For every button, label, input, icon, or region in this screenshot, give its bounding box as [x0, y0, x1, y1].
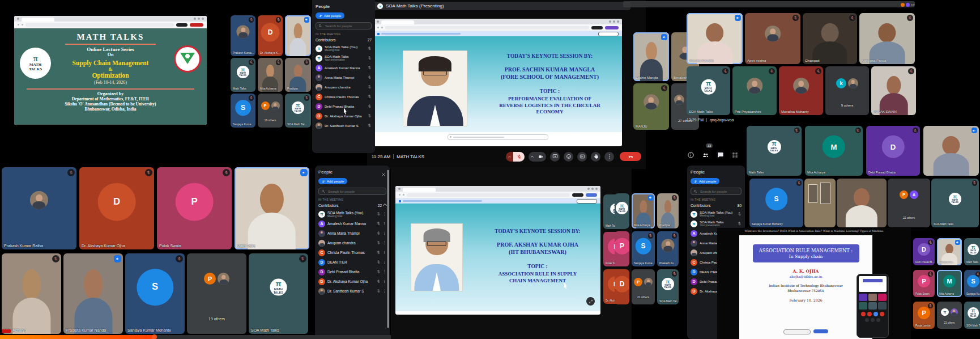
row-menu-icon[interactable] — [382, 212, 386, 216]
more-button[interactable] — [604, 152, 614, 162]
video-tile[interactable]: πMATHTALKSSOA Math Tal... — [657, 269, 679, 304]
address-bar[interactable] — [385, 26, 589, 29]
chat-icon[interactable] — [717, 151, 724, 158]
browser-tab[interactable] — [381, 20, 414, 24]
video-tile[interactable] — [285, 15, 311, 56]
find-bar[interactable] — [448, 134, 548, 140]
contributors-header[interactable]: Contributors 80 — [691, 204, 742, 207]
video-tile[interactable]: Pradipta Kumar Nanda — [63, 253, 123, 334]
browser-tab-bar[interactable] — [395, 186, 600, 192]
participant-row[interactable]: DDr. Akshaya Kumar Ojha — [318, 277, 386, 286]
participant-row[interactable]: Dr. Santhosh Kumar S — [318, 286, 386, 296]
sign-in-button[interactable] — [176, 23, 188, 27]
browser-action-button[interactable] — [190, 23, 203, 27]
collapse-icon[interactable] — [383, 204, 387, 207]
video-tile[interactable]: Ajeet mishra — [745, 13, 800, 64]
video-tile[interactable]: SSanjaya Kumar Mohanty — [125, 253, 185, 334]
video-tile[interactable]: MMita Acharya — [805, 126, 863, 176]
video-tile[interactable]: Pradipta ... — [657, 193, 679, 228]
video-tile[interactable]: Mita Acharya — [2, 253, 61, 334]
video-tile[interactable]: PPulak Swain — [157, 167, 232, 249]
video-tile[interactable]: πMATHTALKSSOA Math Talks — [249, 253, 308, 334]
browser-menu-icon[interactable] — [17, 18, 19, 20]
mini-cam-button[interactable] — [867, 312, 872, 316]
participant-row[interactable]: DDebi Prasad Bhatta — [318, 267, 386, 277]
video-tile[interactable]: πMATHTALKSMath Talks — [231, 58, 255, 92]
video-tile[interactable]: Champati — [803, 13, 857, 64]
reactions-button[interactable] — [564, 152, 573, 162]
video-tile[interactable]: Prakash Kumar Ratha — [2, 167, 76, 249]
participant-count[interactable]: 17 — [901, 3, 915, 7]
back-icon[interactable] — [18, 24, 19, 26]
camera-button-group[interactable] — [529, 152, 546, 162]
row-menu-icon[interactable] — [382, 222, 386, 226]
row-menu-icon[interactable] — [382, 270, 386, 274]
apps-grid-icon[interactable] — [731, 151, 739, 158]
address-bar[interactable] — [25, 23, 174, 27]
video-tile[interactable]: Abhilipsa Panda — [859, 13, 915, 64]
captions-button[interactable] — [577, 152, 587, 162]
row-menu-icon[interactable] — [382, 279, 386, 283]
add-people-button[interactable]: Add people — [316, 12, 344, 19]
search-people-box[interactable] — [318, 188, 386, 195]
mini-end-call-button[interactable] — [880, 312, 884, 316]
video-tile[interactable] — [804, 179, 836, 227]
end-call-button[interactable] — [620, 152, 641, 161]
video-tile[interactable]: PA22 others — [888, 179, 930, 227]
row-menu-icon[interactable] — [382, 241, 386, 245]
video-tile[interactable] — [923, 126, 979, 176]
participant-row[interactable]: πSOA Math Talks (You)Meeting host — [318, 209, 386, 219]
mini-mic-button[interactable] — [861, 312, 866, 316]
browser-tab-bar[interactable] — [374, 19, 622, 24]
row-menu-icon[interactable] — [382, 251, 386, 255]
video-tile[interactable]: Mita Acharya — [632, 193, 655, 228]
mic-chevron-icon[interactable] — [506, 152, 513, 162]
video-tile[interactable]: PULAK SWAIN — [871, 66, 916, 115]
participant-row[interactable]: CChrista Paulin Thomas — [318, 248, 386, 257]
video-tile[interactable]: πMATHTALKSSOA Math Talks — [964, 302, 980, 329]
video-tile[interactable] — [837, 179, 887, 227]
video-tile[interactable]: P21 others — [632, 269, 655, 304]
browser-tab[interactable] — [403, 188, 436, 192]
hand-button[interactable] — [591, 152, 600, 162]
video-tile[interactable]: P19 others — [187, 253, 246, 334]
nav-pill[interactable] — [813, 329, 828, 333]
camera-button[interactable] — [535, 152, 546, 162]
participant-row[interactable]: πSOA Math Talks (You)Meeting host — [691, 209, 742, 219]
video-tile[interactable]: Monalisa Mohanty — [779, 66, 823, 115]
video-tile[interactable]: πMATHTALKSMath Talks — [964, 238, 980, 265]
mic-off-button[interactable] — [513, 152, 525, 162]
extension-button[interactable] — [605, 26, 619, 29]
share-button[interactable] — [572, 193, 583, 197]
video-tile[interactable]: Math Talks — [235, 167, 309, 249]
video-tile[interactable]: Jitendra Kaushik — [687, 13, 743, 64]
participant-row[interactable]: DDEAN ITER — [318, 257, 386, 267]
video-tile[interactable]: πMATHTALKSSOA Math Talks — [687, 66, 730, 115]
video-tile[interactable]: π21 others — [937, 302, 962, 329]
browser-tab[interactable] — [22, 18, 54, 22]
scrollbar[interactable] — [387, 170, 389, 328]
participant-row[interactable]: πSOA Math Talks (You)Meeting host — [316, 44, 372, 53]
expand-icon[interactable] — [586, 297, 595, 306]
stop-sharing-button[interactable] — [598, 32, 619, 36]
video-tile[interactable]: Sanjaya Ku... — [937, 238, 962, 265]
participant-row[interactable]: Anupam chandra — [318, 238, 386, 248]
video-tile[interactable]: k9 others — [825, 66, 869, 115]
participant-row[interactable]: πSOA Math TalksYour presentation — [316, 53, 372, 63]
progress-playhead[interactable] — [152, 334, 157, 339]
contributors-header[interactable]: Contributors 27 — [316, 38, 372, 42]
participant-row[interactable]: Anna Maria Thampi — [318, 228, 386, 238]
video-tile[interactable]: P — [615, 231, 629, 266]
participant-row[interactable]: DDebi Prasad Bhatta — [316, 101, 372, 111]
video-tile[interactable]: πMATHTALKSSOA Math Tal... — [285, 94, 311, 128]
video-tile[interactable]: DDr. Akshaya Kumar Ojha — [79, 167, 154, 249]
mini-present-button[interactable] — [874, 312, 878, 316]
add-people-button[interactable]: Add people — [318, 178, 347, 184]
phone-meet-overlay[interactable] — [857, 274, 889, 338]
video-tile[interactable]: DDebi Prasad B... — [913, 238, 935, 265]
search-people-box[interactable] — [691, 188, 742, 195]
close-icon[interactable] — [381, 169, 386, 173]
browser-tab-bar[interactable] — [14, 16, 207, 22]
stop-sharing-button[interactable] — [577, 199, 597, 204]
forward-icon[interactable] — [22, 24, 23, 26]
